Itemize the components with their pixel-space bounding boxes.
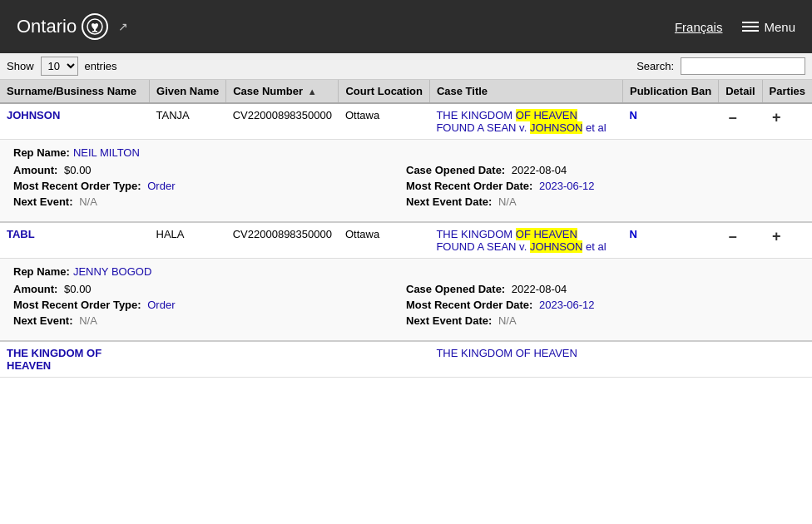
highlight-text: JOHNSON [530,121,583,134]
detail-panel-row: Rep Name: JENNY BOGOD Amount: $0.00 Case… [0,259,812,342]
amount-label: Amount: [13,164,57,176]
hamburger-icon [742,22,759,32]
next-event-label: Next Event: [13,314,73,327]
parties-expand-button[interactable]: + [769,228,785,245]
show-label: Show [7,60,34,72]
case-opened-value: 2022-08-04 [512,164,567,176]
col-header-case-title: Case Title [429,80,622,103]
table-row: TABL HALA CV22000898350000 Ottawa THE KI… [0,222,812,259]
order-type-col: Most Recent Order Type: Order [13,180,406,192]
cell-given: TANJA [150,103,226,140]
detail-panel-cell: Rep Name: JENNY BOGOD Amount: $0.00 Case… [0,259,812,342]
table-row: THE KINGDOM OF HEAVEN THE KINGDOM OF HEA… [0,341,812,378]
title-text: et al [582,240,606,253]
entries-label: entries [85,60,117,72]
detail-collapse-button[interactable]: – [725,109,740,126]
title-text: THE KINGDOM [436,109,515,121]
col-header-case-number[interactable]: Case Number ▲ [226,80,339,103]
title-text: FOUND A SEAN v. [436,121,529,134]
order-type-value[interactable]: Order [147,299,175,311]
cell-case-title: THE KINGDOM OF HEAVEN FOUND A SEAN v. JO… [429,103,622,140]
case-title-link[interactable]: THE KINGDOM OF HEAVEN [436,347,577,359]
surname-link[interactable]: JOHNSON [7,109,60,121]
highlight-text: JOHNSON [530,240,583,253]
order-date-col: Most Recent Order Date: 2023-06-12 [406,299,799,311]
cell-court-location: Ottawa [339,103,429,140]
search-label: Search: [636,60,674,72]
ontario-wordmark: Ontario [17,16,77,37]
menu-button[interactable]: Menu [742,20,795,34]
ontario-logo: Ontario [17,13,108,40]
order-type-label: Most Recent Order Type: [13,180,141,192]
results-table: Surname/Business Name Given Name Case Nu… [0,80,812,378]
detail-collapse-button[interactable]: – [725,228,740,245]
next-event-date-label: Next Event Date: [406,314,492,327]
header-left: Ontario ↗ [17,13,128,40]
case-opened-col: Case Opened Date: 2022-08-04 [406,164,799,176]
order-type-col: Most Recent Order Type: Order [13,299,406,311]
next-event-date-col: Next Event Date: N/A [406,195,799,208]
surname-link[interactable]: TABL [7,228,35,240]
table-header-row: Surname/Business Name Given Name Case Nu… [0,80,812,103]
order-type-label: Most Recent Order Type: [13,299,141,311]
order-date-value: 2023-06-12 [539,180,595,192]
cell-surname: TABL [0,222,150,259]
cell-case-number [226,341,339,378]
order-date-label: Most Recent Order Date: [406,299,532,311]
cell-case-title: THE KINGDOM OF HEAVEN FOUND A SEAN v. JO… [429,222,622,259]
detail-panel-row: Rep Name: NEIL MILTON Amount: $0.00 Case… [0,140,812,223]
rep-name-value[interactable]: JENNY BOGOD [73,265,151,278]
amount-col: Amount: $0.00 [13,283,406,295]
case-opened-col: Case Opened Date: 2022-08-04 [406,283,799,295]
case-title-link[interactable]: THE KINGDOM OF HEAVEN FOUND A SEAN v. JO… [436,228,606,253]
title-text: FOUND A SEAN v. [436,240,529,253]
next-event-date-col: Next Event Date: N/A [406,314,799,327]
surname-link[interactable]: THE KINGDOM OF HEAVEN [7,347,102,372]
detail-panel-cell: Rep Name: NEIL MILTON Amount: $0.00 Case… [0,140,812,223]
parties-expand-button[interactable]: + [769,109,785,126]
cell-parties: + [762,103,812,140]
menu-label: Menu [764,20,795,34]
show-entries-select[interactable]: 10 25 50 [41,57,78,76]
amount-row: Amount: $0.00 Case Opened Date: 2022-08-… [13,164,799,176]
pub-ban-value: N [629,228,636,240]
rep-name-value[interactable]: NEIL MILTON [73,146,140,159]
cell-pub-ban: N [622,222,718,259]
amount-label: Amount: [13,283,57,295]
cell-case-number: CV22000898350000 [226,222,339,259]
cell-parties [762,341,812,378]
next-event-col: Next Event: N/A [13,195,406,208]
order-date-col: Most Recent Order Date: 2023-06-12 [406,180,799,192]
rep-name-row: Rep Name: NEIL MILTON [13,146,799,159]
cell-court-location [339,341,429,378]
case-title-link[interactable]: THE KINGDOM OF HEAVEN FOUND A SEAN v. JO… [436,109,606,134]
order-type-row: Most Recent Order Type: Order Most Recen… [13,180,799,192]
controls-bar: Show 10 25 50 entries Search: [0,53,812,80]
order-date-label: Most Recent Order Date: [406,180,532,192]
cell-pub-ban [622,341,718,378]
title-text: et al [582,121,606,134]
col-header-surname: Surname/Business Name [0,80,150,103]
col-header-court-location: Court Location [339,80,429,103]
case-opened-label: Case Opened Date: [406,283,505,295]
search-input[interactable] [681,57,805,75]
francais-button[interactable]: Français [675,20,723,34]
cell-surname: THE KINGDOM OF HEAVEN [0,341,150,378]
cell-court-location: Ottawa [339,222,429,259]
col-header-detail: Detail [719,80,762,103]
highlight-text: OF HEAVEN [516,228,577,240]
next-event-date-label: Next Event Date: [406,195,492,208]
next-event-row: Next Event: N/A Next Event Date: N/A [13,314,799,327]
svg-rect-2 [92,31,97,32]
cell-pub-ban: N [622,103,718,140]
detail-panel: Rep Name: NEIL MILTON Amount: $0.00 Case… [0,140,812,221]
order-type-value[interactable]: Order [147,180,175,192]
external-link-icon: ↗ [118,20,128,33]
ontario-trillium-icon [82,13,108,40]
detail-panel: Rep Name: JENNY BOGOD Amount: $0.00 Case… [0,259,812,340]
cell-given [150,341,226,378]
rep-name-row: Rep Name: JENNY BOGOD [13,265,799,278]
sort-arrow-icon: ▲ [308,87,317,96]
next-event-date-value: N/A [498,195,517,208]
amount-row: Amount: $0.00 Case Opened Date: 2022-08-… [13,283,799,295]
